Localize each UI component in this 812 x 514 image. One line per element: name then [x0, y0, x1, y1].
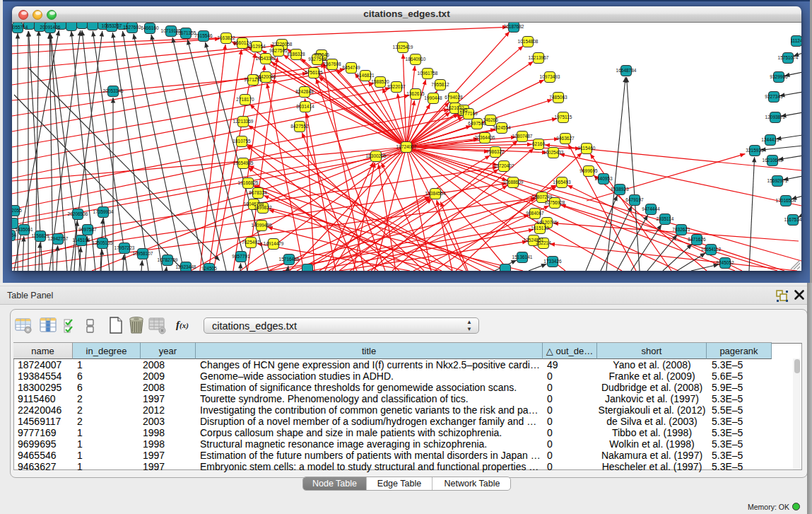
svg-text:12923448: 12923448	[176, 264, 196, 269]
svg-text:1733426: 1733426	[543, 259, 562, 264]
svg-text:15716485: 15716485	[279, 257, 300, 262]
svg-text:2718170: 2718170	[236, 97, 254, 102]
svg-text:16671355: 16671355	[176, 30, 196, 35]
svg-text:9474444: 9474444	[642, 206, 660, 211]
svg-text:18807249: 18807249	[532, 194, 553, 199]
svg-text:1167534: 1167534	[784, 217, 801, 222]
svg-text:8912954: 8912954	[247, 44, 266, 49]
svg-text:9463627: 9463627	[556, 136, 575, 141]
svg-text:6479197: 6479197	[625, 197, 644, 202]
svg-text:1145194: 1145194	[73, 238, 90, 243]
svg-text:23226058: 23226058	[272, 42, 293, 47]
svg-text:2367608: 2367608	[323, 62, 341, 66]
svg-text:26187682: 26187682	[504, 24, 524, 29]
svg-text:12093872: 12093872	[765, 115, 786, 119]
svg-text:16120746: 16120746	[537, 220, 558, 225]
svg-text:7955812: 7955812	[431, 82, 449, 87]
svg-text:14055714: 14055714	[12, 25, 28, 30]
svg-text:13325419: 13325419	[393, 45, 413, 49]
svg-text:1588520: 1588520	[371, 79, 389, 84]
svg-text:1527602: 1527602	[123, 25, 141, 30]
svg-text:9329966: 9329966	[770, 74, 788, 79]
svg-text:9245052: 9245052	[716, 260, 734, 265]
svg-text:11124: 11124	[790, 38, 801, 43]
svg-text:9777169: 9777169	[459, 111, 478, 116]
svg-text:7986322: 7986322	[486, 149, 505, 154]
svg-text:1965493: 1965493	[553, 180, 571, 185]
svg-text:9371295: 9371295	[244, 77, 262, 82]
svg-text:8938923: 8938923	[611, 187, 629, 192]
svg-text:9146821: 9146821	[356, 73, 375, 78]
svg-text:14099489: 14099489	[252, 223, 272, 228]
svg-text:10807487: 10807487	[512, 134, 533, 139]
svg-text:16782759: 16782759	[158, 257, 178, 262]
svg-text:15751074: 15751074	[778, 55, 799, 60]
svg-text:9115460: 9115460	[578, 146, 596, 151]
svg-text:9327508: 9327508	[308, 57, 326, 62]
svg-text:62160: 62160	[532, 141, 545, 146]
svg-text:20364436: 20364436	[475, 135, 495, 140]
svg-text:16648784: 16648784	[616, 68, 637, 73]
svg-text:9084067: 9084067	[526, 211, 544, 216]
svg-text:10543342: 10543342	[256, 56, 276, 61]
svg-text:12213967: 12213967	[529, 55, 549, 60]
svg-text:9699695: 9699695	[579, 168, 598, 173]
svg-text:18724007: 18724007	[396, 144, 417, 149]
svg-text:18640910: 18640910	[406, 57, 426, 62]
svg-text:17016504: 17016504	[776, 198, 796, 203]
svg-text:10958107: 10958107	[133, 251, 153, 256]
svg-text:7625402: 7625402	[242, 240, 260, 245]
svg-text:12213369: 12213369	[233, 119, 254, 124]
svg-text:9857791: 9857791	[232, 254, 250, 259]
svg-text:9827505: 9827505	[269, 48, 288, 53]
svg-text:8471626: 8471626	[688, 237, 706, 242]
svg-text:9227343: 9227343	[765, 94, 783, 99]
svg-text:7163822: 7163822	[217, 35, 235, 40]
svg-text:10025433: 10025433	[543, 150, 564, 155]
svg-text:2935114: 2935114	[657, 216, 674, 221]
svg-text:6794028: 6794028	[445, 95, 463, 100]
svg-text:1362615: 1362615	[406, 91, 425, 96]
svg-text:19166825: 19166825	[238, 180, 259, 185]
svg-text:15692971: 15692971	[767, 178, 788, 183]
svg-text:7485063: 7485063	[549, 95, 567, 100]
svg-text:20091406: 20091406	[40, 25, 61, 30]
svg-text:9097587: 9097587	[78, 227, 97, 232]
svg-text:10154808: 10154808	[518, 39, 539, 44]
svg-text:39154: 39154	[12, 233, 16, 238]
svg-text:17957223: 17957223	[114, 245, 135, 250]
svg-text:8454749: 8454749	[342, 65, 360, 70]
svg-text:252214: 252214	[536, 240, 551, 245]
svg-text:10653267: 10653267	[102, 23, 122, 28]
svg-text:14914479: 14914479	[264, 241, 284, 246]
svg-text:12505135: 12505135	[93, 240, 113, 245]
svg-text:3624554: 3624554	[493, 125, 511, 130]
svg-text:20053346: 20053346	[103, 88, 124, 93]
svg-text:19654985: 19654985	[233, 160, 254, 165]
svg-text:15136141: 15136141	[512, 255, 533, 259]
svg-text:1640953: 1640953	[594, 176, 613, 181]
svg-text:6497568: 6497568	[468, 121, 486, 126]
svg-text:8322037: 8322037	[387, 84, 406, 89]
svg-text:262055: 262055	[12, 208, 22, 213]
svg-text:10688609: 10688609	[503, 180, 524, 185]
svg-text:15720407: 15720407	[494, 163, 514, 168]
svg-text:924505: 924505	[201, 266, 217, 271]
svg-text:1810755: 1810755	[233, 139, 251, 144]
svg-text:20206536: 20206536	[68, 211, 88, 216]
svg-text:10973493: 10973493	[540, 74, 560, 79]
svg-text:6756185: 6756185	[305, 70, 323, 75]
svg-text:16210643: 16210643	[763, 158, 783, 163]
svg-text:10961758: 10961758	[418, 71, 438, 76]
svg-text:8186328: 8186328	[287, 52, 305, 57]
svg-text:8678334: 8678334	[249, 190, 267, 195]
svg-text:1156829: 1156829	[32, 233, 49, 238]
svg-text:12942757: 12942757	[48, 236, 69, 241]
svg-text:1990448: 1990448	[424, 95, 442, 100]
svg-text:1615132: 1615132	[531, 226, 549, 230]
svg-text:6466160: 6466160	[141, 25, 159, 30]
svg-text:19384554: 19384554	[425, 191, 446, 196]
svg-text:3215935: 3215935	[746, 148, 764, 153]
svg-text:8242848: 8242848	[295, 89, 314, 94]
svg-text:10654112: 10654112	[701, 247, 722, 252]
